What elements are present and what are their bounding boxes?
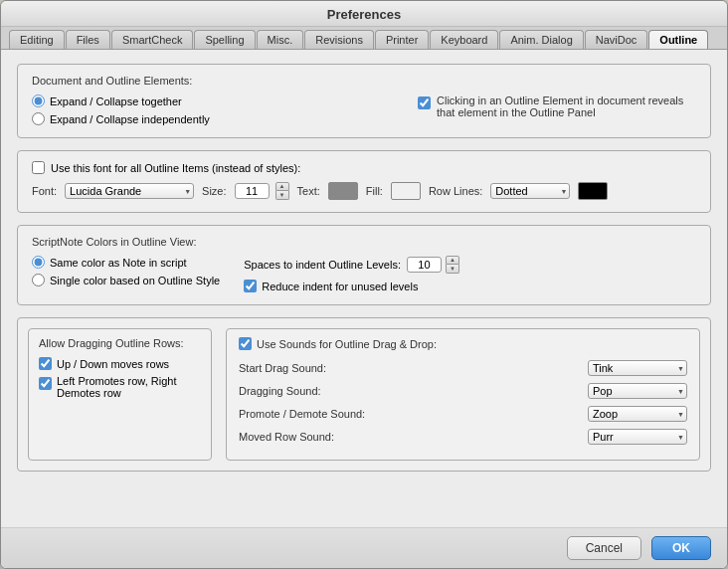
scriptcolor-title: ScriptNote Colors in Outline View: (32, 236, 696, 248)
moved-select[interactable]: TinkPopZoopPurr (588, 429, 687, 445)
size-input[interactable] (235, 183, 270, 199)
reduce-indent-checkbox[interactable] (244, 280, 257, 292)
scriptcolor-left: Same color as Note in script Single colo… (32, 256, 220, 286)
size-down-button[interactable]: ▼ (275, 191, 289, 200)
row-lines-select-wrap[interactable]: Dotted Solid None (490, 183, 570, 199)
font-select[interactable]: Lucida Grande (65, 183, 194, 199)
doc-left: Expand / Collapse together Expand / Coll… (32, 95, 210, 125)
tab-anim-dialog[interactable]: Anim. Dialog (499, 30, 583, 49)
start-drag-select[interactable]: TinkPopZoopPurr (588, 360, 687, 376)
doc-section-title: Document and Outline Elements: (32, 75, 696, 87)
fill-color-swatch[interactable] (391, 182, 421, 200)
start-drag-select-wrap[interactable]: TinkPopZoopPurr (588, 360, 687, 376)
use-sounds-checkbox[interactable] (239, 337, 252, 350)
content-area: Document and Outline Elements: Expand / … (1, 50, 727, 527)
moved-row: Moved Row Sound: TinkPopZoopPurr (239, 429, 687, 445)
dragging-select-wrap[interactable]: TinkPopZoopPurr (588, 383, 687, 399)
same-color-label[interactable]: Same color as Note in script (50, 257, 187, 269)
dragging-select[interactable]: TinkPopZoopPurr (588, 383, 687, 399)
footer: Cancel OK (1, 527, 727, 568)
reduce-indent-label[interactable]: Reduce indent for unused levels (262, 281, 418, 292)
font-select-wrap[interactable]: Lucida Grande (65, 183, 194, 199)
up-down-checkbox[interactable] (39, 357, 52, 370)
row-lines-color-swatch[interactable] (578, 182, 608, 200)
spaces-label: Spaces to indent Outline Levels: (244, 259, 401, 271)
up-down-label[interactable]: Up / Down moves rows (57, 358, 169, 370)
start-drag-row: Start Drag Sound: TinkPopZoopPurr (239, 360, 687, 376)
scriptcolor-section: ScriptNote Colors in Outline View: Same … (17, 225, 711, 305)
promote-row: Promote / Demote Sound: TinkPopZoopPurr (239, 406, 687, 422)
doc-section: Document and Outline Elements: Expand / … (17, 64, 711, 138)
single-color-row: Single color based on Outline Style (32, 274, 220, 286)
single-color-label[interactable]: Single color based on Outline Style (50, 275, 220, 286)
use-font-label[interactable]: Use this font for all Outline Items (ins… (51, 162, 300, 174)
font-checkbox-row: Use this font for all Outline Items (ins… (32, 161, 696, 174)
tab-printer[interactable]: Printer (375, 30, 429, 49)
moved-label: Moved Row Sound: (239, 431, 334, 443)
expand-independently-label[interactable]: Expand / Collapse independently (50, 113, 210, 125)
left-right-row: Left Promotes row, Right Demotes row (39, 375, 201, 399)
expand-together-radio[interactable] (32, 95, 45, 107)
tab-misc[interactable]: Misc. (257, 30, 304, 49)
spaces-input[interactable] (407, 257, 442, 273)
tab-navidoc[interactable]: NaviDoc (585, 30, 648, 49)
tab-revisions[interactable]: Revisions (304, 30, 374, 49)
row-lines-select[interactable]: Dotted Solid None (490, 183, 570, 199)
size-stepper[interactable]: ▲ ▼ (275, 182, 289, 200)
drag-title: Allow Dragging Outline Rows: (39, 337, 201, 349)
up-down-row: Up / Down moves rows (39, 357, 201, 370)
clicking-note-checkbox[interactable] (418, 96, 431, 109)
same-color-row: Same color as Note in script (32, 256, 220, 269)
left-right-label[interactable]: Left Promotes row, Right Demotes row (57, 375, 201, 399)
reduce-indent-row: Reduce indent for unused levels (244, 280, 459, 292)
font-label: Font: (32, 185, 57, 197)
tab-spelling[interactable]: Spelling (194, 30, 255, 49)
spaces-down-button[interactable]: ▼ (446, 265, 459, 274)
sounds-section: Use Sounds for Outline Drag & Drop: Star… (226, 328, 700, 461)
tab-outline[interactable]: Outline (648, 30, 708, 49)
expand-together-row: Expand / Collapse together (32, 95, 210, 107)
tab-bar: Editing Files SmartCheck Spelling Misc. … (1, 27, 727, 50)
use-font-checkbox[interactable] (32, 161, 45, 174)
moved-select-wrap[interactable]: TinkPopZoopPurr (588, 429, 687, 445)
spaces-row: Spaces to indent Outline Levels: ▲ ▼ (244, 256, 459, 274)
dragging-label: Dragging Sound: (239, 385, 321, 397)
title-bar: Preferences (1, 1, 727, 27)
same-color-radio[interactable] (32, 256, 45, 269)
single-color-radio[interactable] (32, 274, 45, 286)
size-label: Size: (202, 185, 226, 197)
ok-button[interactable]: OK (651, 536, 711, 560)
fill-label: Fill: (366, 185, 383, 197)
cancel-button[interactable]: Cancel (567, 536, 641, 560)
clicking-note-label[interactable]: Clicking in an Outline Element in docume… (437, 95, 696, 118)
sounds-title: Use Sounds for Outline Drag & Drop: (239, 337, 687, 350)
text-label: Text: (297, 185, 320, 197)
expand-independently-radio[interactable] (32, 112, 45, 125)
start-drag-label: Start Drag Sound: (239, 362, 326, 374)
scriptcolor-content: Same color as Note in script Single colo… (32, 256, 696, 292)
tab-files[interactable]: Files (66, 30, 110, 49)
promote-select[interactable]: TinkPopZoopPurr (588, 406, 687, 422)
text-color-swatch[interactable] (328, 182, 358, 200)
scriptcolor-right: Spaces to indent Outline Levels: ▲ ▼ Red… (244, 256, 459, 292)
row-lines-label: Row Lines: (429, 185, 482, 197)
spaces-stepper[interactable]: ▲ ▼ (446, 256, 459, 274)
sounds-title-label[interactable]: Use Sounds for Outline Drag & Drop: (257, 338, 437, 350)
bottom-section: Allow Dragging Outline Rows: Up / Down m… (17, 317, 711, 472)
promote-label: Promote / Demote Sound: (239, 408, 365, 420)
drag-section: Allow Dragging Outline Rows: Up / Down m… (28, 328, 212, 461)
tab-smartcheck[interactable]: SmartCheck (111, 30, 194, 49)
tab-editing[interactable]: Editing (9, 30, 65, 49)
left-right-checkbox[interactable] (39, 377, 52, 390)
font-row: Font: Lucida Grande Size: ▲ ▼ Text: Fill… (32, 182, 696, 200)
expand-together-label[interactable]: Expand / Collapse together (50, 95, 182, 107)
doc-right: Clicking in an Outline Element in docume… (418, 95, 696, 118)
dragging-row: Dragging Sound: TinkPopZoopPurr (239, 383, 687, 399)
preferences-window: Preferences Editing Files SmartCheck Spe… (0, 0, 728, 569)
window-title: Preferences (327, 7, 401, 22)
expand-independently-row: Expand / Collapse independently (32, 112, 210, 125)
tab-keyboard[interactable]: Keyboard (430, 30, 498, 49)
font-section: Use this font for all Outline Items (ins… (17, 150, 711, 213)
drag-checks: Up / Down moves rows Left Promotes row, … (39, 357, 201, 399)
promote-select-wrap[interactable]: TinkPopZoopPurr (588, 406, 687, 422)
